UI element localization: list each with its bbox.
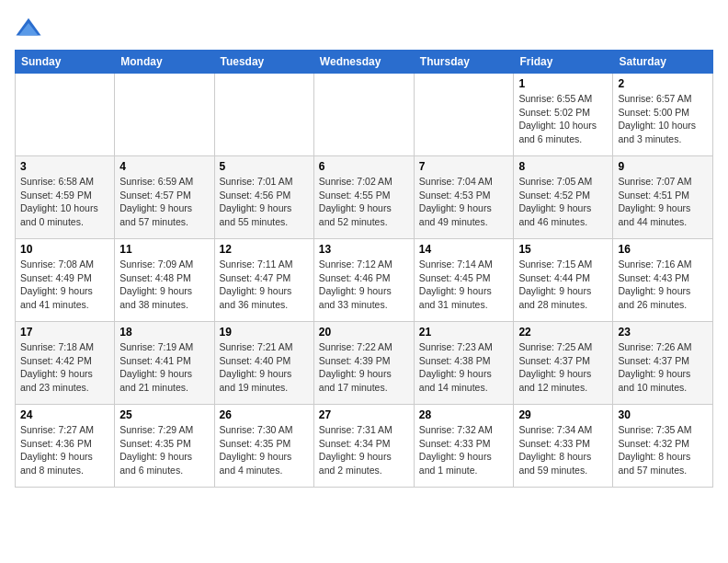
calendar-cell — [16, 74, 115, 156]
day-info: Sunrise: 7:29 AM Sunset: 4:35 PM Dayligh… — [119, 423, 209, 477]
day-number: 30 — [618, 408, 708, 421]
logo-icon — [15, 15, 42, 42]
calendar-cell: 19Sunrise: 7:21 AM Sunset: 4:40 PM Dayli… — [214, 322, 313, 405]
calendar-header-monday: Monday — [115, 51, 214, 74]
calendar-header-tuesday: Tuesday — [214, 51, 313, 74]
calendar-cell: 6Sunrise: 7:02 AM Sunset: 4:55 PM Daylig… — [313, 156, 414, 239]
day-info: Sunrise: 7:34 AM Sunset: 4:33 PM Dayligh… — [518, 423, 608, 477]
calendar-header-saturday: Saturday — [613, 51, 713, 74]
day-number: 23 — [618, 326, 708, 339]
calendar-cell: 9Sunrise: 7:07 AM Sunset: 4:51 PM Daylig… — [613, 156, 713, 239]
day-number: 3 — [20, 160, 109, 173]
day-number: 15 — [518, 243, 608, 256]
day-info: Sunrise: 7:11 AM Sunset: 4:47 PM Dayligh… — [220, 258, 309, 312]
day-number: 12 — [220, 243, 309, 256]
day-number: 2 — [618, 77, 708, 90]
day-info: Sunrise: 7:26 AM Sunset: 4:37 PM Dayligh… — [618, 340, 708, 395]
calendar-header-thursday: Thursday — [414, 51, 514, 74]
day-info: Sunrise: 6:59 AM Sunset: 4:57 PM Dayligh… — [119, 175, 209, 229]
day-number: 10 — [20, 243, 109, 256]
calendar-header-sunday: Sunday — [16, 51, 115, 74]
calendar-cell: 20Sunrise: 7:22 AM Sunset: 4:39 PM Dayli… — [313, 322, 414, 405]
calendar-header-friday: Friday — [514, 51, 613, 74]
day-info: Sunrise: 7:08 AM Sunset: 4:49 PM Dayligh… — [20, 258, 109, 312]
day-info: Sunrise: 7:14 AM Sunset: 4:45 PM Dayligh… — [419, 258, 509, 312]
calendar-week-2: 3Sunrise: 6:58 AM Sunset: 4:59 PM Daylig… — [16, 156, 713, 239]
day-number: 1 — [518, 77, 608, 90]
day-number: 22 — [518, 326, 608, 339]
calendar-cell: 28Sunrise: 7:32 AM Sunset: 4:33 PM Dayli… — [414, 405, 514, 488]
calendar-cell: 23Sunrise: 7:26 AM Sunset: 4:37 PM Dayli… — [613, 322, 713, 405]
calendar-week-3: 10Sunrise: 7:08 AM Sunset: 4:49 PM Dayli… — [16, 239, 713, 322]
day-info: Sunrise: 7:16 AM Sunset: 4:43 PM Dayligh… — [618, 258, 708, 312]
calendar-cell: 14Sunrise: 7:14 AM Sunset: 4:45 PM Dayli… — [414, 239, 514, 322]
calendar-cell: 22Sunrise: 7:25 AM Sunset: 4:37 PM Dayli… — [514, 322, 613, 405]
calendar-week-5: 24Sunrise: 7:27 AM Sunset: 4:36 PM Dayli… — [16, 405, 713, 488]
calendar-cell: 4Sunrise: 6:59 AM Sunset: 4:57 PM Daylig… — [115, 156, 214, 239]
calendar-body: 1Sunrise: 6:55 AM Sunset: 5:02 PM Daylig… — [16, 74, 713, 488]
day-number: 20 — [319, 326, 409, 339]
calendar-cell: 5Sunrise: 7:01 AM Sunset: 4:56 PM Daylig… — [214, 156, 313, 239]
calendar-cell — [115, 74, 214, 156]
day-info: Sunrise: 6:58 AM Sunset: 4:59 PM Dayligh… — [20, 175, 109, 229]
day-number: 27 — [319, 408, 409, 421]
day-info: Sunrise: 7:35 AM Sunset: 4:32 PM Dayligh… — [618, 423, 708, 477]
day-number: 16 — [618, 243, 708, 256]
day-info: Sunrise: 7:22 AM Sunset: 4:39 PM Dayligh… — [319, 340, 409, 395]
day-info: Sunrise: 7:04 AM Sunset: 4:53 PM Dayligh… — [419, 175, 509, 229]
day-number: 6 — [319, 160, 409, 173]
day-info: Sunrise: 7:25 AM Sunset: 4:37 PM Dayligh… — [518, 340, 608, 395]
day-number: 17 — [20, 326, 109, 339]
day-number: 18 — [119, 326, 209, 339]
day-info: Sunrise: 6:55 AM Sunset: 5:02 PM Dayligh… — [518, 92, 608, 146]
page-header — [15, 15, 713, 42]
day-number: 9 — [618, 160, 708, 173]
calendar-cell: 30Sunrise: 7:35 AM Sunset: 4:32 PM Dayli… — [613, 405, 713, 488]
calendar-cell: 29Sunrise: 7:34 AM Sunset: 4:33 PM Dayli… — [514, 405, 613, 488]
calendar-table: SundayMondayTuesdayWednesdayThursdayFrid… — [15, 50, 713, 488]
day-info: Sunrise: 7:02 AM Sunset: 4:55 PM Dayligh… — [319, 175, 409, 229]
calendar-cell: 21Sunrise: 7:23 AM Sunset: 4:38 PM Dayli… — [414, 322, 514, 405]
logo — [15, 15, 46, 42]
day-number: 5 — [220, 160, 309, 173]
calendar-cell: 2Sunrise: 6:57 AM Sunset: 5:00 PM Daylig… — [613, 74, 713, 156]
calendar-header-row: SundayMondayTuesdayWednesdayThursdayFrid… — [16, 51, 713, 74]
day-info: Sunrise: 7:15 AM Sunset: 4:44 PM Dayligh… — [518, 258, 608, 312]
calendar-cell: 10Sunrise: 7:08 AM Sunset: 4:49 PM Dayli… — [16, 239, 115, 322]
day-info: Sunrise: 7:01 AM Sunset: 4:56 PM Dayligh… — [220, 175, 309, 229]
day-info: Sunrise: 7:32 AM Sunset: 4:33 PM Dayligh… — [419, 423, 509, 477]
calendar-week-1: 1Sunrise: 6:55 AM Sunset: 5:02 PM Daylig… — [16, 74, 713, 156]
day-info: Sunrise: 7:27 AM Sunset: 4:36 PM Dayligh… — [20, 423, 109, 477]
calendar-cell: 25Sunrise: 7:29 AM Sunset: 4:35 PM Dayli… — [115, 405, 214, 488]
day-number: 7 — [419, 160, 509, 173]
day-info: Sunrise: 7:30 AM Sunset: 4:35 PM Dayligh… — [220, 423, 309, 477]
calendar-cell: 3Sunrise: 6:58 AM Sunset: 4:59 PM Daylig… — [16, 156, 115, 239]
calendar-cell: 27Sunrise: 7:31 AM Sunset: 4:34 PM Dayli… — [313, 405, 414, 488]
day-info: Sunrise: 7:23 AM Sunset: 4:38 PM Dayligh… — [419, 340, 509, 395]
calendar-cell: 24Sunrise: 7:27 AM Sunset: 4:36 PM Dayli… — [16, 405, 115, 488]
calendar-cell — [313, 74, 414, 156]
day-info: Sunrise: 7:05 AM Sunset: 4:52 PM Dayligh… — [518, 175, 608, 229]
day-number: 8 — [518, 160, 608, 173]
day-number: 21 — [419, 326, 509, 339]
day-number: 24 — [20, 408, 109, 421]
calendar-cell: 26Sunrise: 7:30 AM Sunset: 4:35 PM Dayli… — [214, 405, 313, 488]
calendar-cell: 11Sunrise: 7:09 AM Sunset: 4:48 PM Dayli… — [115, 239, 214, 322]
day-number: 29 — [518, 408, 608, 421]
calendar-cell: 13Sunrise: 7:12 AM Sunset: 4:46 PM Dayli… — [313, 239, 414, 322]
calendar-cell — [414, 74, 514, 156]
day-number: 25 — [119, 408, 209, 421]
calendar-cell: 1Sunrise: 6:55 AM Sunset: 5:02 PM Daylig… — [514, 74, 613, 156]
calendar-cell: 8Sunrise: 7:05 AM Sunset: 4:52 PM Daylig… — [514, 156, 613, 239]
day-info: Sunrise: 7:07 AM Sunset: 4:51 PM Dayligh… — [618, 175, 708, 229]
day-number: 11 — [119, 243, 209, 256]
day-number: 4 — [119, 160, 209, 173]
calendar-cell: 15Sunrise: 7:15 AM Sunset: 4:44 PM Dayli… — [514, 239, 613, 322]
day-info: Sunrise: 7:31 AM Sunset: 4:34 PM Dayligh… — [319, 423, 409, 477]
day-number: 19 — [220, 326, 309, 339]
day-info: Sunrise: 7:21 AM Sunset: 4:40 PM Dayligh… — [220, 340, 309, 395]
calendar-week-4: 17Sunrise: 7:18 AM Sunset: 4:42 PM Dayli… — [16, 322, 713, 405]
day-number: 26 — [220, 408, 309, 421]
day-number: 28 — [419, 408, 509, 421]
calendar-cell: 7Sunrise: 7:04 AM Sunset: 4:53 PM Daylig… — [414, 156, 514, 239]
